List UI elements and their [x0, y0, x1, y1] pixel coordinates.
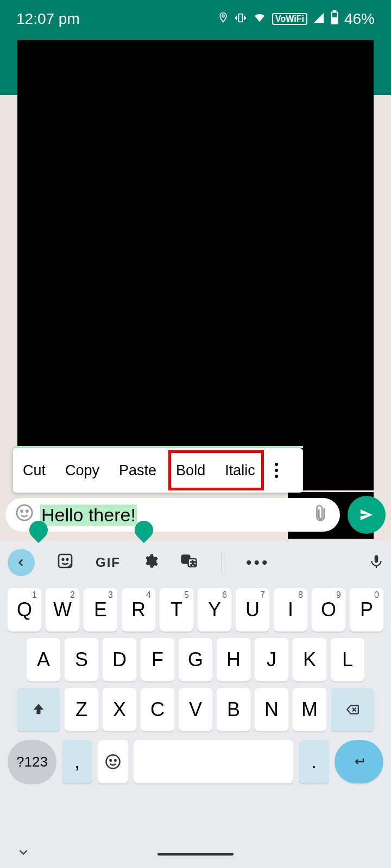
- comma-key[interactable]: ,: [62, 740, 92, 783]
- message-input-box[interactable]: Hello there!: [5, 498, 340, 532]
- key-m[interactable]: M: [293, 688, 326, 731]
- key-g[interactable]: G: [179, 638, 212, 681]
- svg-point-6: [21, 510, 23, 512]
- key-s[interactable]: S: [65, 638, 98, 681]
- more-icon[interactable]: •••: [246, 553, 270, 572]
- numeric-key[interactable]: ?123: [8, 740, 56, 783]
- svg-text:G: G: [184, 557, 188, 562]
- collapse-keyboard-button[interactable]: [8, 549, 35, 576]
- key-row-1: Q1W2E3R4T5Y6U7I8O9P0: [0, 585, 391, 635]
- key-b[interactable]: B: [217, 688, 250, 731]
- key-f[interactable]: F: [141, 638, 174, 681]
- key-x[interactable]: X: [103, 688, 136, 731]
- more-options-button[interactable]: [265, 463, 288, 478]
- sticker-icon[interactable]: [56, 552, 74, 573]
- key-u[interactable]: U7: [236, 588, 269, 631]
- svg-point-5: [17, 505, 32, 520]
- svg-rect-4: [332, 18, 337, 23]
- key-a[interactable]: A: [27, 638, 60, 681]
- key-q[interactable]: Q1: [8, 588, 41, 631]
- space-key[interactable]: [134, 740, 293, 783]
- key-w[interactable]: W2: [46, 588, 79, 631]
- nav-collapse-icon[interactable]: [16, 845, 30, 863]
- key-v[interactable]: V: [179, 688, 212, 731]
- key-k[interactable]: K: [293, 638, 326, 681]
- separator: [222, 552, 222, 573]
- key-z[interactable]: Z: [65, 688, 98, 731]
- vibrate-icon: [234, 10, 247, 28]
- svg-point-17: [115, 760, 116, 761]
- key-j[interactable]: J: [255, 638, 288, 681]
- shift-key[interactable]: [17, 688, 60, 731]
- battery-percent: 46%: [344, 10, 375, 28]
- vowifi-badge: VoWiFi: [272, 13, 307, 25]
- nav-pill[interactable]: [157, 853, 234, 856]
- key-y[interactable]: Y6: [198, 588, 231, 631]
- translate-icon[interactable]: G文: [180, 552, 198, 573]
- key-o[interactable]: O9: [312, 588, 345, 631]
- key-r[interactable]: R4: [122, 588, 155, 631]
- redacted-block: [17, 40, 374, 490]
- svg-point-0: [222, 15, 224, 17]
- key-row-2: ASDFGHJKL: [0, 635, 391, 685]
- enter-key[interactable]: [335, 740, 383, 783]
- paste-button[interactable]: Paste: [109, 462, 166, 479]
- svg-point-16: [110, 760, 111, 761]
- key-row-3: ZXCVBNM: [0, 685, 391, 735]
- key-l[interactable]: L: [331, 638, 364, 681]
- key-n[interactable]: N: [255, 688, 288, 731]
- key-c[interactable]: C: [141, 688, 174, 731]
- italic-button[interactable]: Italic: [215, 462, 265, 479]
- svg-point-9: [62, 559, 64, 560]
- svg-text:文: 文: [191, 560, 195, 565]
- svg-point-15: [106, 755, 120, 769]
- settings-icon[interactable]: [142, 553, 159, 573]
- mic-icon[interactable]: [369, 552, 383, 573]
- period-key[interactable]: .: [299, 740, 329, 783]
- key-t[interactable]: T5: [160, 588, 193, 631]
- emoji-key[interactable]: [98, 740, 128, 783]
- status-right: VoWiFi 46%: [218, 10, 375, 28]
- wifi-icon: [253, 10, 267, 28]
- on-screen-keyboard: GIF G文 ••• Q1W2E3R4T5Y6U7I8O9P0 ASDFGHJK…: [0, 540, 391, 868]
- text-context-menu: Cut Copy Paste Bold Italic: [13, 448, 303, 493]
- status-bar: 12:07 pm VoWiFi 46%: [0, 0, 391, 38]
- keyboard-toolbar: GIF G文 •••: [0, 540, 391, 585]
- message-text-selected[interactable]: Hello there!: [40, 505, 137, 526]
- gif-button[interactable]: GIF: [96, 555, 121, 570]
- key-h[interactable]: H: [217, 638, 250, 681]
- backspace-key[interactable]: [331, 688, 374, 731]
- svg-rect-1: [238, 14, 242, 22]
- attach-icon[interactable]: [308, 501, 336, 529]
- emoji-icon[interactable]: [15, 503, 34, 526]
- key-d[interactable]: D: [103, 638, 136, 681]
- cut-button[interactable]: Cut: [13, 462, 55, 479]
- message-input-bar: Hello there!: [5, 496, 386, 534]
- status-time: 12:07 pm: [16, 10, 80, 28]
- svg-rect-3: [333, 11, 336, 12]
- bold-button[interactable]: Bold: [166, 462, 215, 479]
- signal-icon: [313, 10, 325, 28]
- key-e[interactable]: E3: [84, 588, 117, 631]
- location-icon: [218, 10, 229, 28]
- copy-button[interactable]: Copy: [55, 462, 109, 479]
- send-button[interactable]: [348, 496, 386, 534]
- key-row-4: ?123 , .: [0, 735, 391, 789]
- nav-bar: [0, 840, 391, 868]
- key-p[interactable]: P0: [350, 588, 383, 631]
- battery-icon: [330, 10, 339, 28]
- key-i[interactable]: I8: [274, 588, 307, 631]
- svg-point-10: [67, 559, 68, 560]
- svg-point-7: [27, 510, 28, 512]
